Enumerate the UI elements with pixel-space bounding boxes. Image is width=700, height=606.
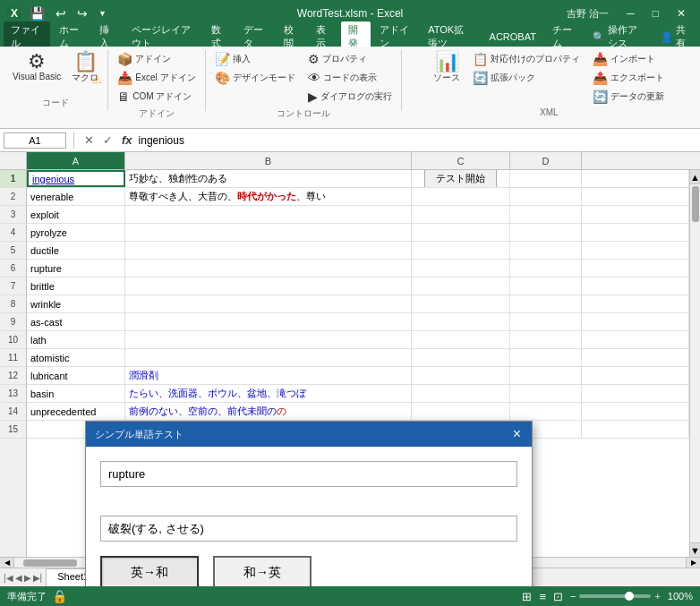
cell-a10[interactable]: lath (27, 331, 125, 348)
cell-b3[interactable] (125, 206, 412, 223)
cell-b9[interactable] (125, 313, 412, 330)
cell-d9[interactable] (510, 313, 582, 330)
row-num-2[interactable]: 2 (0, 188, 26, 206)
cell-d3[interactable] (510, 206, 582, 223)
export-btn[interactable]: 📤 エクスポート (589, 69, 668, 87)
properties-btn[interactable]: ⚙ プロパティ (304, 50, 396, 68)
cell-d1[interactable] (510, 170, 582, 187)
cell-b11[interactable] (125, 349, 412, 366)
view-layout-btn[interactable]: ≡ (539, 590, 546, 603)
cell-d7[interactable] (510, 277, 582, 294)
row-num-15[interactable]: 15 (0, 421, 26, 439)
cell-d5[interactable] (510, 242, 582, 259)
row-num-12[interactable]: 12 (0, 367, 26, 385)
excel-addin-btn[interactable]: 📥 Excel アドイン (114, 69, 199, 87)
menu-acrobat[interactable]: ACROBAT (482, 30, 543, 44)
formula-confirm-btn[interactable]: ✓ (100, 132, 115, 148)
formula-input[interactable] (139, 134, 696, 147)
cell-c1[interactable]: テスト開始 (412, 170, 510, 187)
tab-scroll-left[interactable]: |◀ (4, 573, 13, 583)
row-num-7[interactable]: 7 (0, 277, 26, 295)
expansion-pack-btn[interactable]: 🔄 拡張パック (469, 69, 584, 87)
cell-a7[interactable]: brittle (27, 277, 125, 294)
cell-d8[interactable] (510, 295, 582, 312)
import-btn[interactable]: 📥 インポート (589, 50, 668, 68)
refresh-data-btn[interactable]: 🔄 データの更新 (589, 88, 668, 106)
cell-c8[interactable] (412, 295, 510, 312)
cell-d11[interactable] (510, 349, 582, 366)
cell-c13[interactable] (412, 385, 510, 402)
row-num-1[interactable]: 1 (0, 170, 26, 188)
cell-d12[interactable] (510, 367, 582, 384)
cell-c5[interactable] (412, 242, 510, 259)
scroll-left-btn[interactable]: ◀ (0, 558, 14, 568)
maximize-btn[interactable]: □ (645, 5, 666, 21)
cell-b5[interactable] (125, 242, 412, 259)
dialog-word-input[interactable] (100, 461, 517, 487)
cell-d10[interactable] (510, 331, 582, 348)
undo-quick-btn[interactable]: ↩ (53, 4, 69, 22)
cell-c4[interactable] (412, 224, 510, 241)
cell-b7[interactable] (125, 277, 412, 294)
cell-c12[interactable] (412, 367, 510, 384)
minimize-btn[interactable]: ─ (619, 5, 642, 21)
qa-dropdown-btn[interactable]: ▼ (96, 7, 109, 20)
view-code-btn[interactable]: 👁 コードの表示 (304, 69, 396, 87)
cell-b10[interactable] (125, 331, 412, 348)
formula-fx-btn[interactable]: fx (119, 132, 135, 148)
scroll-down-btn[interactable]: ▼ (690, 542, 700, 557)
test-start-btn[interactable]: テスト開始 (424, 170, 497, 187)
cell-d14[interactable] (510, 403, 582, 420)
zoom-in-btn[interactable]: + (654, 591, 660, 602)
vertical-scrollbar[interactable]: ▲ ▼ (689, 170, 700, 557)
cell-c10[interactable] (412, 331, 510, 348)
insert-ctrl-btn[interactable]: 📝 挿入 (211, 50, 299, 68)
design-mode-btn[interactable]: 🎨 デザインモード (211, 69, 299, 87)
cell-b8[interactable] (125, 295, 412, 312)
cell-a4[interactable]: pyrolyze (27, 224, 125, 241)
cell-a9[interactable]: as-cast (27, 313, 125, 330)
save-quick-btn[interactable]: 💾 (27, 4, 47, 22)
h-scroll-thumb[interactable] (23, 559, 77, 567)
tab-scroll-prev[interactable]: ◀ (15, 573, 22, 583)
row-num-14[interactable]: 14 (0, 403, 26, 421)
cell-b13[interactable]: たらい、洗面器、ボウル、盆地、滝つぼ (125, 385, 412, 402)
cell-b1[interactable]: 巧妙な、独創性のある (125, 170, 412, 187)
scroll-right-btn[interactable]: ▶ (686, 558, 700, 568)
scroll-thumb[interactable] (692, 186, 699, 222)
scroll-up-btn[interactable]: ▲ (690, 170, 700, 184)
row-num-6[interactable]: 6 (0, 260, 26, 277)
cell-a2[interactable]: venerable (27, 188, 125, 205)
cell-d2[interactable] (510, 188, 582, 205)
row-num-9[interactable]: 9 (0, 313, 26, 331)
row-num-10[interactable]: 10 (0, 331, 26, 349)
cell-a3[interactable]: exploit (27, 206, 125, 223)
col-header-b[interactable]: B (125, 152, 412, 169)
jp-to-en-btn[interactable]: 和→英 (213, 556, 312, 586)
tab-scroll-right[interactable]: ▶| (33, 573, 43, 583)
dialog[interactable]: シンプル単語テスト × 英→和 和→英 (85, 421, 533, 586)
row-num-11[interactable]: 11 (0, 349, 26, 367)
cell-c2[interactable] (412, 188, 510, 205)
zoom-slider[interactable] (579, 594, 651, 598)
row-num-13[interactable]: 13 (0, 385, 26, 403)
map-properties-btn[interactable]: 📋 対応付けのプロパティ (469, 50, 584, 68)
dialog-title-bar[interactable]: シンプル単語テスト × (86, 422, 532, 447)
source-btn[interactable]: 📊 ソース (430, 50, 464, 86)
cell-a5[interactable]: ductile (27, 242, 125, 259)
col-header-c[interactable]: C (412, 152, 510, 169)
col-header-a[interactable]: A (27, 152, 125, 169)
cell-b4[interactable] (125, 224, 412, 241)
cell-a14[interactable]: unprecedented (27, 403, 125, 420)
cell-a8[interactable]: wrinkle (27, 295, 125, 312)
tab-scroll-next[interactable]: ▶ (24, 573, 31, 583)
cell-c11[interactable] (412, 349, 510, 366)
addin-btn[interactable]: 📦 アドイン (114, 50, 199, 68)
cell-c6[interactable] (412, 260, 510, 277)
cell-c7[interactable] (412, 277, 510, 294)
cell-c9[interactable] (412, 313, 510, 330)
en-to-jp-btn[interactable]: 英→和 (100, 556, 199, 586)
cell-b6[interactable] (125, 260, 412, 277)
cell-b2[interactable]: 尊敬すべき人、大昔の、時代がかった、尊い (125, 188, 412, 205)
cell-b12[interactable]: 潤滑剤 (125, 367, 412, 384)
